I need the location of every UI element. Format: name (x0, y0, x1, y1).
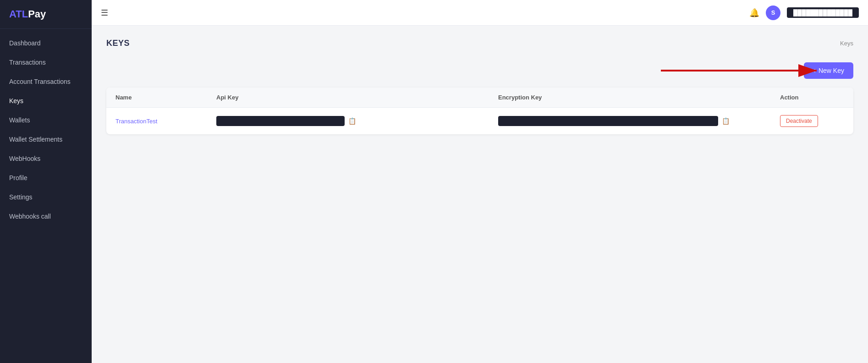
red-arrow-svg (661, 59, 853, 82)
logo-atl: ATL (9, 8, 28, 20)
table-row: TransactionTest 📋 📋 Deactivate (106, 108, 853, 134)
content-area: KEYS Keys + New Key Name Api Key Encrypt (92, 26, 868, 363)
col-header-encryption-key: Encryption Key (498, 94, 780, 101)
sidebar-item-account-transactions[interactable]: Account Transactions (0, 72, 92, 91)
arrow-annotation: + New Key (106, 59, 853, 82)
col-header-action: Action (780, 94, 844, 101)
encryption-key-masked (498, 116, 718, 126)
main-wrapper: ☰ 🔔 S ██████████████ KEYS Keys + (92, 0, 868, 363)
col-header-api-key: Api Key (216, 94, 498, 101)
sidebar-item-transactions[interactable]: Transactions (0, 53, 92, 72)
sidebar-nav: Dashboard Transactions Account Transacti… (0, 33, 92, 363)
sidebar-item-webhooks[interactable]: WebHooks (0, 149, 92, 168)
copy-enc-key-icon[interactable]: 📋 (722, 117, 730, 125)
sidebar: ATLPay Dashboard Transactions Account Tr… (0, 0, 92, 363)
sidebar-item-profile[interactable]: Profile (0, 168, 92, 187)
topbar-left: ☰ (101, 8, 108, 18)
page-header: KEYS Keys (106, 38, 853, 48)
sidebar-item-wallets[interactable]: Wallets (0, 110, 92, 130)
hamburger-icon[interactable]: ☰ (101, 8, 108, 18)
row-action: Deactivate (780, 115, 844, 127)
sidebar-item-keys[interactable]: Keys (0, 91, 92, 110)
logo-pay: Pay (28, 8, 46, 20)
avatar: S (766, 6, 780, 20)
copy-api-key-icon[interactable]: 📋 (348, 117, 356, 125)
sidebar-item-settings[interactable]: Settings (0, 187, 92, 207)
bell-icon[interactable]: 🔔 (749, 8, 759, 18)
keys-table: Name Api Key Encryption Key Action Trans… (106, 88, 853, 134)
sidebar-item-dashboard[interactable]: Dashboard (0, 33, 92, 53)
api-key-masked (216, 116, 345, 126)
topbar: ☰ 🔔 S ██████████████ (92, 0, 868, 26)
sidebar-item-webhooks-call[interactable]: Webhooks call (0, 207, 92, 226)
col-header-name: Name (115, 94, 216, 101)
username-bar: ██████████████ (787, 7, 859, 18)
row-encryption-key: 📋 (498, 116, 780, 126)
topbar-right: 🔔 S ██████████████ (749, 6, 859, 20)
row-api-key: 📋 (216, 116, 498, 126)
page-title: KEYS (106, 38, 130, 48)
row-name: TransactionTest (115, 118, 216, 125)
deactivate-button[interactable]: Deactivate (780, 115, 818, 127)
breadcrumb: Keys (840, 40, 853, 47)
sidebar-item-wallet-settlements[interactable]: Wallet Settlements (0, 130, 92, 149)
logo: ATLPay (0, 0, 92, 29)
table-header: Name Api Key Encryption Key Action (106, 88, 853, 108)
